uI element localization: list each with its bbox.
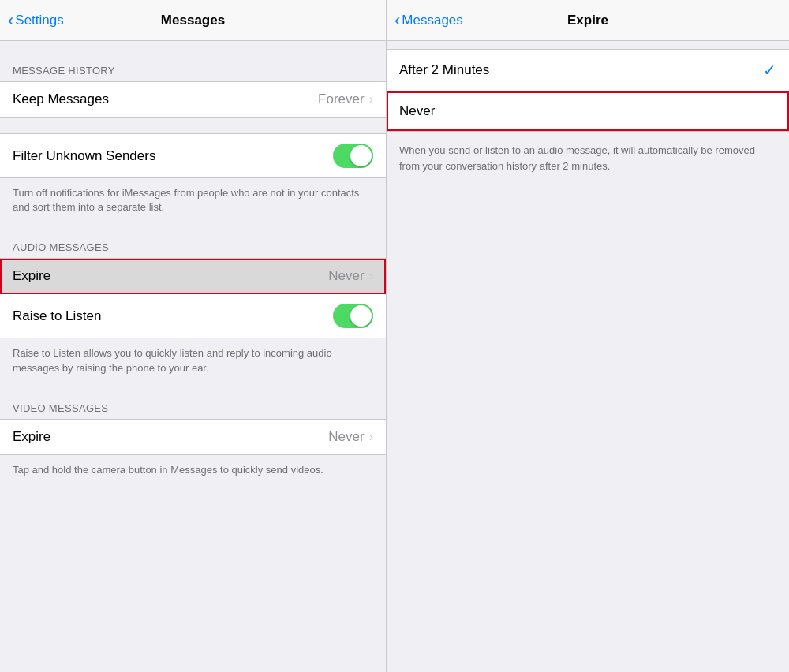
audio-expire-value: Never › — [328, 268, 373, 284]
expire-options-group: After 2 Minutes ✓ Never — [387, 49, 789, 132]
right-back-button[interactable]: ‹ Messages — [394, 12, 463, 29]
video-expire-label: Expire — [13, 429, 50, 445]
raise-to-listen-toggle-knob — [350, 305, 372, 327]
filter-group: Filter Unknown Senders — [0, 133, 386, 178]
filter-unknown-row[interactable]: Filter Unknown Senders — [0, 134, 386, 177]
filter-unknown-label: Filter Unknown Senders — [13, 148, 155, 164]
right-back-label: Messages — [402, 13, 462, 28]
left-back-label: Settings — [15, 13, 63, 28]
video-expire-value: Never › — [328, 429, 373, 445]
left-panel: ‹ Settings Messages MESSAGE HISTORY Keep… — [0, 0, 387, 672]
video-expire-chevron-icon: › — [369, 430, 373, 444]
message-history-header: MESSAGE HISTORY — [0, 49, 386, 81]
raise-to-listen-label: Raise to Listen — [13, 308, 101, 324]
left-back-button[interactable]: ‹ Settings — [8, 12, 64, 29]
message-history-group: Keep Messages Forever › — [0, 81, 386, 118]
right-panel: ‹ Messages Expire After 2 Minutes ✓ Neve… — [387, 0, 789, 672]
audio-expire-label: Expire — [13, 268, 50, 284]
right-back-chevron-icon: ‹ — [394, 12, 400, 29]
audio-expire-chevron-icon: › — [369, 269, 373, 283]
after-2-minutes-label: After 2 Minutes — [399, 62, 489, 78]
raise-to-listen-row[interactable]: Raise to Listen — [0, 294, 386, 338]
after-2-minutes-row[interactable]: After 2 Minutes ✓ — [387, 50, 789, 91]
left-back-chevron-icon: ‹ — [8, 12, 13, 29]
expire-description: When you send or listen to an audio mess… — [387, 132, 789, 185]
spacer-1 — [0, 118, 386, 133]
never-label: Never — [399, 103, 435, 119]
after-2-minutes-checkmark-icon: ✓ — [763, 61, 776, 80]
left-nav-title: Messages — [161, 13, 225, 28]
left-nav-bar: ‹ Settings Messages — [0, 0, 386, 41]
keep-messages-value-text: Forever — [318, 91, 365, 107]
video-messages-group: Expire Never › — [0, 419, 386, 455]
video-messages-header: VIDEO MESSAGES — [0, 386, 386, 419]
top-spacer-left — [0, 41, 386, 49]
right-nav-title: Expire — [567, 13, 608, 28]
keep-messages-row[interactable]: Keep Messages Forever › — [0, 82, 386, 117]
top-spacer-right — [387, 41, 789, 49]
keep-messages-value: Forever › — [318, 91, 373, 107]
never-row[interactable]: Never — [387, 91, 789, 131]
video-expire-row[interactable]: Expire Never › — [0, 420, 386, 454]
raise-to-listen-toggle[interactable] — [333, 304, 373, 328]
toggle-knob — [350, 145, 372, 166]
right-nav-bar: ‹ Messages Expire — [387, 0, 789, 41]
audio-description: Raise to Listen allows you to quickly li… — [0, 338, 386, 386]
filter-unknown-toggle[interactable] — [333, 144, 373, 168]
video-description: Tap and hold the camera button in Messag… — [0, 455, 386, 488]
audio-expire-value-text: Never — [328, 268, 364, 284]
keep-messages-chevron-icon: › — [369, 92, 373, 106]
filter-description: Turn off notifications for iMessages fro… — [0, 178, 386, 226]
audio-messages-header: AUDIO MESSAGES — [0, 226, 386, 258]
audio-messages-group: Expire Never › Raise to Listen — [0, 258, 386, 338]
keep-messages-label: Keep Messages — [13, 91, 109, 107]
audio-expire-row[interactable]: Expire Never › — [0, 259, 386, 294]
video-expire-value-text: Never — [328, 429, 364, 445]
